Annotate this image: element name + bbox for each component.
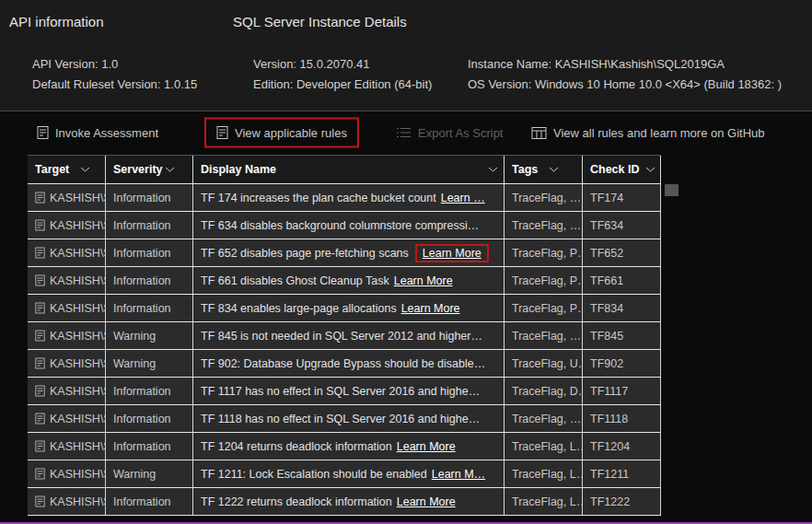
row-target-label: KASHISH\S [50,468,106,481]
rule-form-icon [35,219,45,231]
rules-table: Target Serverity Display Name Tags Check… [28,155,661,516]
row-display-name: TF 1204 returns deadlock information [201,440,392,453]
row-display-name-cell: TF 661 disables Ghost Cleanup Task Learn… [193,267,505,294]
api-information-title: API information [9,14,104,29]
export-as-script-button[interactable]: Export As Script [396,126,503,140]
row-check-id: TF634 [583,212,661,239]
row-check-id: TF661 [583,267,661,294]
column-header-target[interactable]: Target [28,156,106,183]
row-target-cell: KASHISH\S [28,378,106,404]
row-severity: Information [106,378,193,404]
row-target-cell: KASHISH\S [28,433,106,460]
column-header-check-id[interactable]: Check ID [583,156,661,183]
table-row[interactable]: KASHISH\S Information TF 634 disables ba… [28,212,661,239]
rule-form-icon [35,192,45,204]
row-severity: Warning [106,322,193,349]
table-row[interactable]: KASHISH\S Information TF 1118 has no eff… [28,405,661,433]
api-version-text: API Version: 1.0 [32,54,197,75]
view-all-rules-github-label: View all rules and learn more on GitHub [553,126,765,140]
table-row[interactable]: KASHISH\S Warning TF 902: Database Upgra… [28,350,661,378]
row-severity: Information [106,239,193,266]
row-display-name: TF 845 is not needed in SQL Server 2012 … [201,330,482,343]
row-display-name: TF 661 disables Ghost Cleanup Task [201,274,389,287]
row-tags: TraceFlag, … [505,184,583,211]
learn-more-link[interactable]: Learn More [415,244,489,262]
invoke-assessment-label: Invoke Assessment [55,126,158,140]
column-header-check-id-label: Check ID [590,163,640,176]
script-icon [396,127,412,139]
row-check-id: TF174 [583,184,661,211]
row-severity: Information [106,488,193,515]
row-severity: Information [106,405,193,432]
row-display-name-cell: TF 1118 has no effect in SQL Server 2016… [193,405,505,432]
rule-form-icon [35,495,45,507]
row-target-cell: KASHISH\S [28,212,106,239]
table-row[interactable]: KASHISH\S Information TF 1204 returns de… [28,433,661,460]
row-display-name: TF 634 disables background columnstore c… [201,219,479,232]
view-all-rules-github-button[interactable]: View all rules and learn more on GitHub [531,126,765,140]
learn-more-link[interactable]: Learn More [397,495,456,508]
row-severity: Information [106,295,193,321]
table-row[interactable]: KASHISH\S Warning TF 845 is not needed i… [28,322,661,350]
row-tags: TraceFlag, L… [505,433,583,460]
row-tags: TraceFlag, … [505,212,583,239]
rule-form-icon [35,440,45,452]
table-body: KASHISH\S Information TF 174 increases t… [28,184,661,516]
table-row[interactable]: KASHISH\S Information TF 1117 has no eff… [28,378,661,405]
row-tags: TraceFlag, U… [505,350,583,377]
learn-more-link[interactable]: Learn … [441,192,485,204]
column-header-display-name[interactable]: Display Name [193,156,505,183]
table-row[interactable]: KASHISH\S Warning TF 1211: Lock Escalati… [28,460,661,488]
chevron-down-icon[interactable] [165,167,175,172]
api-details-column: API Version: 1.0 Default Ruleset Version… [32,54,197,95]
table-row[interactable]: KASHISH\S Information TF 1222 returns de… [28,488,661,516]
column-header-display-name-label: Display Name [201,163,276,176]
row-tags: TraceFlag, D… [505,378,583,404]
learn-more-link[interactable]: Learn M… [432,468,485,481]
rule-form-icon [35,274,45,286]
chevron-down-icon[interactable] [549,167,559,172]
column-header-tags-label: Tags [512,163,538,176]
column-header-tags[interactable]: Tags [505,156,583,183]
row-severity: Warning [106,460,193,487]
view-applicable-rules-button[interactable]: View applicable rules [204,118,359,148]
row-target-cell: KASHISH\S [28,405,106,432]
row-tags: TraceFlag, … [505,405,583,432]
row-target-label: KASHISH\S [50,302,106,315]
grid-window-icon [531,126,547,139]
rule-form-icon [35,302,45,314]
view-applicable-rules-label: View applicable rules [235,126,347,140]
chevron-down-icon[interactable] [645,167,655,172]
row-display-name: TF 1211: Lock Escalation should be enabl… [201,468,427,481]
row-tags: TraceFlag, L… [505,488,583,515]
toolbar: Invoke Assessment View applicable rules … [0,112,812,153]
learn-more-link[interactable]: Learn More [394,274,453,287]
scrollbar-thumb[interactable] [665,184,679,196]
table-row[interactable]: KASHISH\S Information TF 661 disables Gh… [28,267,661,295]
column-header-severity-label: Serverity [113,163,163,176]
row-check-id: TF902 [583,350,661,377]
row-display-name-cell: TF 174 increases the plan cache bucket c… [193,184,505,211]
row-check-id: TF1118 [583,405,661,432]
chevron-down-icon[interactable] [488,167,498,172]
table-row[interactable]: KASHISH\S Information TF 834 enables lar… [28,295,661,322]
column-header-severity[interactable]: Serverity [106,156,193,183]
row-display-name: TF 1222 returns deadlock information [201,495,392,508]
row-display-name: TF 1118 has no effect in SQL Server 2016… [201,413,480,425]
row-display-name: TF 834 enables large-page allocations [201,302,397,315]
row-severity: Information [106,212,193,239]
invoke-assessment-button[interactable]: Invoke Assessment [37,126,158,140]
row-display-name: TF 1117 has no effect in SQL Server 2016… [201,385,480,398]
learn-more-link[interactable]: Learn More [401,302,460,315]
row-severity: Information [106,433,193,460]
table-row[interactable]: KASHISH\S Information TF 652 disables pa… [28,239,661,267]
row-check-id: TF845 [583,322,661,349]
rule-form-icon [35,247,45,259]
chevron-down-icon[interactable] [80,167,90,172]
table-row[interactable]: KASHISH\S Information TF 174 increases t… [28,184,661,212]
rules-form-icon [216,126,228,140]
row-target-label: KASHISH\S [50,219,106,232]
edition-text: Edition: Developer Edition (64-bit) [253,75,432,95]
learn-more-link[interactable]: Learn More [397,440,456,453]
row-target-label: KASHISH\S [50,247,106,260]
